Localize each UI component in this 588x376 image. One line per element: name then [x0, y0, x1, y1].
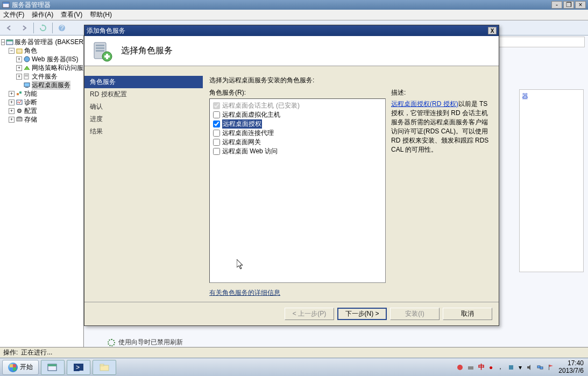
actions-link[interactable]: 器 — [520, 90, 583, 103]
step-progress[interactable]: 进度 — [84, 113, 203, 125]
role-licensing-check[interactable] — [213, 120, 220, 127]
svg-point-7 — [24, 56, 30, 62]
tree-fileservices[interactable]: +文件服务 — [0, 72, 83, 81]
help-icon[interactable]: ? — [56, 22, 68, 34]
tree-root-label: 服务器管理器 (BAKSERVEP — [15, 38, 84, 47]
tree-panel[interactable]: −服务器管理器 (BAKSERVEP −角色 +Web 服务器(IIS) +网络… — [0, 36, 84, 358]
wizard-close-button[interactable]: X — [488, 27, 497, 34]
tray-icon[interactable] — [467, 364, 474, 371]
menu-view[interactable]: 查看(V) — [61, 10, 82, 19]
svg-rect-26 — [104, 55, 110, 58]
svg-rect-23 — [96, 50, 104, 52]
role-services-list[interactable]: 远程桌面会话主机 (已安装) 远程桌面虚拟化主机 远程桌面授权 — [209, 98, 386, 283]
tree-nap[interactable]: +网络策略和访问服 — [0, 63, 83, 72]
tree-roles[interactable]: −角色 — [0, 46, 83, 55]
role-session-host-label: 远程桌面会话主机 — [222, 101, 274, 110]
wizard-steps: 角色服务 RD 授权配置 确认 进度 结果 — [84, 66, 203, 302]
role-connection-broker-label: 远程桌面连接代理 — [222, 129, 274, 138]
role-virtualization-host[interactable]: 远程桌面虚拟化主机 — [213, 110, 382, 119]
svg-rect-5 — [6, 40, 13, 41]
refresh-disabled-text: 使用向导时已禁用刷新 — [118, 338, 183, 347]
tray-icon[interactable] — [457, 364, 463, 371]
restore-button[interactable]: ❐ — [563, 1, 574, 9]
ime-indicator[interactable]: 中 — [478, 363, 485, 372]
step-rd-licensing-config[interactable]: RD 授权配置 — [84, 88, 203, 101]
role-web-access[interactable]: 远程桌面 Web 访问 — [213, 147, 382, 156]
tree-rds[interactable]: 远程桌面服务 — [0, 81, 83, 89]
svg-rect-13 — [17, 93, 19, 95]
more-info-link[interactable]: 有关角色服务的详细信息 — [209, 288, 492, 297]
start-button[interactable]: 开始 — [2, 360, 39, 375]
forward-button[interactable] — [18, 22, 30, 34]
refresh-disabled-icon — [108, 339, 115, 346]
step-results[interactable]: 结果 — [84, 125, 203, 138]
taskbar-app-powershell[interactable]: >_ — [67, 360, 90, 375]
step-role-services[interactable]: 角色服务 — [84, 76, 203, 88]
tree-rds-label: 远程桌面服务 — [32, 81, 70, 90]
role-gateway[interactable]: 远程桌面网关 — [213, 138, 382, 147]
role-session-host-check — [213, 102, 220, 109]
tree-root[interactable]: −服务器管理器 (BAKSERVEP — [0, 38, 83, 46]
svg-rect-14 — [19, 91, 22, 94]
taskbar: 开始 >_ 中 ● ， ▾ 17:40 2013/7/6 — [0, 358, 588, 376]
tree-diagnostics-label: 诊断 — [24, 98, 37, 107]
minimize-button[interactable]: - — [551, 1, 562, 9]
menu-help[interactable]: 帮助(H) — [90, 10, 112, 19]
app-title: 服务器管理器 — [12, 1, 51, 10]
tree-nap-label: 网络策略和访问服 — [32, 63, 83, 73]
svg-rect-38 — [549, 365, 549, 370]
wizard-header-icon — [91, 40, 112, 62]
windows-orb-icon — [8, 363, 18, 372]
wizard-instruction: 选择为远程桌面服务安装的角色服务: — [209, 76, 492, 85]
tree-storage[interactable]: +存储 — [0, 115, 83, 124]
install-button: 安装(I) — [390, 308, 440, 320]
tree-iis[interactable]: +Web 服务器(IIS) — [0, 55, 83, 63]
description-link[interactable]: 远程桌面授权(RD 授权) — [391, 100, 458, 108]
ime-dot-icon[interactable]: ● — [489, 364, 493, 371]
tray-network-icon[interactable] — [537, 364, 543, 371]
taskbar-app-servermanager[interactable] — [41, 360, 65, 375]
svg-rect-37 — [540, 367, 543, 369]
back-button[interactable] — [3, 22, 15, 34]
app-icon — [2, 1, 10, 9]
cancel-button[interactable]: 取消 — [443, 308, 492, 320]
role-virtualization-host-check[interactable] — [213, 111, 220, 118]
app-titlebar: 服务器管理器 - ❐ × — [0, 0, 588, 10]
svg-text:>_: >_ — [76, 364, 83, 371]
menu-action[interactable]: 操作(A) — [32, 10, 53, 19]
role-virtualization-host-label: 远程桌面虚拟化主机 — [222, 110, 280, 119]
role-connection-broker[interactable]: 远程桌面连接代理 — [213, 129, 382, 138]
description-text: 远程桌面授权(RD 授权)以前是 TS 授权，它管理连接到 RD 会话主机服务器… — [391, 100, 492, 154]
wizard-header: 选择角色服务 — [84, 36, 499, 66]
step-confirm[interactable]: 确认 — [84, 101, 203, 113]
role-licensing[interactable]: 远程桌面授权 — [213, 119, 382, 129]
tree-iis-label: Web 服务器(IIS) — [32, 55, 78, 64]
svg-rect-21 — [96, 45, 104, 46]
taskbar-app-explorer[interactable] — [93, 360, 116, 375]
tray-clock[interactable]: 17:40 2013/7/6 — [558, 360, 584, 374]
svg-rect-6 — [17, 49, 22, 53]
description-heading: 描述: — [391, 88, 492, 97]
tree-config[interactable]: +配置 — [0, 107, 83, 115]
refresh-icon[interactable] — [37, 22, 49, 34]
role-connection-broker-check[interactable] — [213, 130, 220, 137]
tree-diagnostics[interactable]: +诊断 — [0, 98, 83, 107]
wizard-main: 选择为远程桌面服务安装的角色服务: 角色服务(R): 远程桌面会话主机 (已安装… — [203, 66, 499, 302]
ime-punct-icon[interactable]: ， — [497, 363, 504, 372]
status-value: 正在进行... — [21, 348, 52, 357]
role-session-host-installed: (已安装) — [276, 101, 300, 110]
svg-rect-36 — [537, 366, 540, 368]
tree-roles-label: 角色 — [24, 46, 37, 55]
tray-icon[interactable] — [508, 364, 514, 371]
description-body: 以前是 TS 授权，它管理连接到 RD 会话主机服务器所需的远程桌面服务客户端访… — [391, 100, 488, 153]
role-gateway-check[interactable] — [213, 139, 220, 146]
ime-dropdown-icon[interactable]: ▾ — [519, 364, 522, 371]
tray-volume-icon[interactable] — [526, 364, 533, 371]
tree-features[interactable]: +功能 — [0, 89, 83, 98]
menu-file[interactable]: 文件(F) — [3, 10, 24, 19]
next-button[interactable]: 下一步(N) > — [337, 308, 387, 320]
tray-flag-icon[interactable] — [548, 364, 554, 371]
role-web-access-check[interactable] — [213, 148, 220, 155]
clock-date: 2013/7/6 — [558, 367, 584, 374]
close-button[interactable]: × — [575, 1, 586, 9]
